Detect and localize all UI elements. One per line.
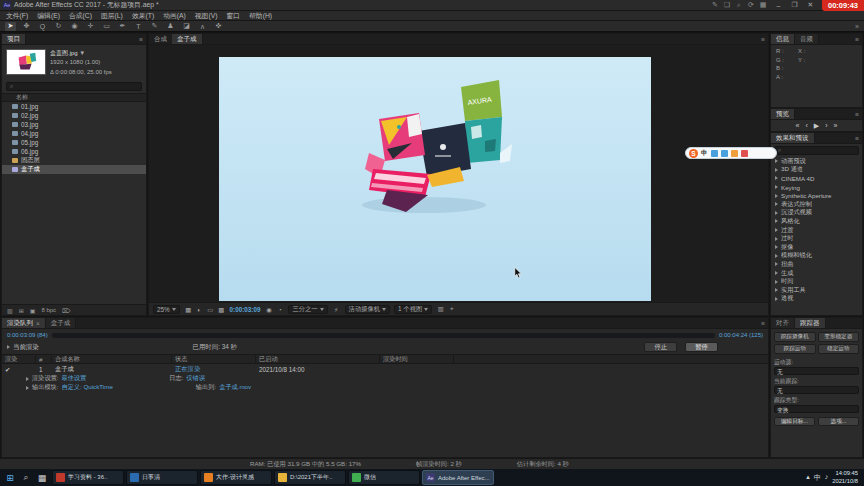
selection-tool[interactable]: ➤	[5, 22, 16, 31]
field-value-dropdown[interactable]: 无	[774, 367, 859, 375]
show-channel-icon[interactable]: ◔	[275, 306, 284, 313]
effects-category-row[interactable]: 风格化	[771, 217, 862, 226]
ime-icon[interactable]: 中	[814, 473, 821, 483]
taskbar-clock[interactable]: 14:09:45 2021/10/8	[832, 470, 858, 484]
tracker-footer-button[interactable]: 选项...	[818, 417, 859, 426]
view-layout-icon[interactable]: ▥	[436, 305, 445, 313]
expand-caret-icon[interactable]	[775, 237, 778, 241]
menu-item[interactable]: 效果(T)	[132, 11, 154, 21]
tab-info[interactable]: 信息	[771, 34, 795, 44]
close-button[interactable]: ✕	[804, 0, 817, 11]
current-render-group[interactable]: 当前渲染	[7, 343, 39, 352]
fast-preview-icon[interactable]: ⚡	[332, 306, 341, 313]
effects-category-row[interactable]: 生成	[771, 269, 862, 278]
footage-menu-icon[interactable]: ▼	[79, 50, 85, 56]
tab-preview[interactable]: 预览	[771, 109, 795, 119]
column-header[interactable]: 已启动	[256, 355, 380, 364]
maximize-button[interactable]: ❐	[788, 0, 801, 11]
tray-expand-icon[interactable]: ▴	[806, 473, 810, 483]
panel-menu-icon[interactable]: ≡	[852, 133, 862, 143]
ime-language-toggle[interactable]: 中	[701, 149, 708, 158]
expand-caret-icon[interactable]	[775, 228, 778, 232]
menu-item[interactable]: 动画(A)	[163, 11, 186, 21]
minimize-button[interactable]: –	[772, 0, 785, 11]
menu-item[interactable]: 窗口	[226, 11, 240, 21]
field-value-dropdown[interactable]: 无	[774, 386, 859, 394]
field-value-dropdown[interactable]: 变换	[774, 405, 859, 413]
magnification-dropdown[interactable]: 25%	[153, 305, 180, 314]
expand-caret-icon[interactable]	[775, 245, 778, 249]
setting-value-2[interactable]: 仅错误	[186, 374, 205, 383]
effects-category-row[interactable]: 模糊和锐化	[771, 252, 862, 261]
voice-icon[interactable]	[711, 150, 718, 157]
menu-item[interactable]: 帮助(H)	[249, 11, 272, 21]
active-camera-dropdown[interactable]: 活动摄像机	[345, 305, 390, 314]
current-time-display[interactable]: 0:00:03:09	[230, 306, 261, 313]
tracker-action-button[interactable]: 跟踪摄像机	[774, 332, 816, 342]
eraser-tool[interactable]: ◪	[181, 22, 192, 31]
tab-render-queue[interactable]: 渲染队列×	[2, 318, 46, 328]
effects-category-row[interactable]: CINEMA 4D	[771, 174, 862, 183]
tracker-action-button[interactable]: 变形稳定器	[818, 332, 860, 342]
column-header[interactable]: 渲染时间	[380, 355, 454, 364]
menu-item[interactable]: 合成(C)	[69, 11, 92, 21]
annotate-pencil-icon[interactable]: ✎	[709, 1, 721, 9]
composition-canvas[interactable]: AXURA	[219, 57, 651, 301]
effects-category-row[interactable]: 沉浸式视频	[771, 209, 862, 218]
tracker-action-button[interactable]: 跟踪运动	[774, 344, 816, 354]
effects-category-row[interactable]: 表达式控制	[771, 200, 862, 209]
refresh-icon[interactable]: ⟳	[745, 1, 757, 9]
roto-brush-tool[interactable]: ʌ	[197, 22, 208, 31]
next-frame-button[interactable]: ›	[825, 122, 827, 130]
effects-category-row[interactable]: 扭曲	[771, 260, 862, 269]
tab-effects-presets[interactable]: 效果和预设	[771, 133, 815, 143]
render-enabled-checkbox[interactable]: ✔	[2, 366, 36, 373]
setting-value-2[interactable]: 盒子成.mov	[219, 383, 251, 392]
project-item-row[interactable]: 01.jpg	[2, 102, 146, 111]
search-icon[interactable]: ⌕	[18, 470, 34, 485]
play-button[interactable]: ▶	[814, 122, 819, 130]
expand-caret-icon[interactable]	[775, 297, 778, 301]
panel-menu-icon[interactable]: ≡	[852, 34, 862, 44]
project-item-row[interactable]: 05.jpg	[2, 138, 146, 147]
start-button[interactable]: ⊞	[2, 470, 18, 485]
tab-timeline-boxcomp[interactable]: 盒子成	[46, 318, 77, 328]
puppet-pin-tool[interactable]: ✜	[213, 22, 224, 31]
volume-icon[interactable]: ♪	[825, 473, 829, 483]
tracker-footer-button[interactable]: 编辑目标...	[774, 417, 815, 426]
setting-value[interactable]: 最佳设置	[61, 374, 86, 383]
expand-caret-icon[interactable]	[775, 280, 778, 284]
pause-button[interactable]: 暂停	[685, 342, 718, 352]
zoom-tool[interactable]: Q	[37, 22, 48, 31]
stop-button[interactable]: 停止	[644, 342, 677, 352]
keyboard-icon[interactable]	[721, 150, 728, 157]
expand-caret-icon[interactable]	[26, 377, 29, 381]
delete-icon[interactable]: ⌦	[62, 307, 70, 314]
panel-menu-icon[interactable]: ≡	[852, 109, 862, 119]
setting-value[interactable]: 自定义: QuickTime	[61, 383, 112, 392]
resolution-dropdown[interactable]: 三分之一	[288, 305, 327, 314]
first-frame-button[interactable]: «	[796, 122, 800, 130]
expand-caret-icon[interactable]	[775, 219, 778, 223]
panel-menu-icon[interactable]: ≡	[758, 34, 768, 44]
expand-caret-icon[interactable]	[775, 211, 778, 215]
previous-frame-button[interactable]: ‹	[805, 122, 807, 130]
new-folder-icon[interactable]: ⊞	[19, 307, 24, 314]
project-name-column-header[interactable]: 名称	[2, 93, 146, 102]
column-header[interactable]: #	[36, 356, 52, 363]
expand-caret-icon[interactable]	[775, 254, 778, 258]
project-item-row[interactable]: 06.jpg	[2, 147, 146, 156]
effects-category-row[interactable]: 时间	[771, 277, 862, 286]
menu-item[interactable]: 视图(V)	[195, 11, 218, 21]
expand-caret-icon[interactable]	[775, 168, 778, 172]
tab-project[interactable]: 项目	[2, 34, 26, 44]
mask-visibility-icon[interactable]: ◐	[195, 306, 204, 313]
clone-stamp-tool[interactable]: ♟	[165, 22, 176, 31]
brush-tool[interactable]: ✎	[149, 22, 160, 31]
effects-category-row[interactable]: Synthetic Aperture	[771, 191, 862, 200]
expand-caret-icon[interactable]	[775, 288, 778, 292]
taskbar-app-button[interactable]: 微信	[348, 470, 420, 485]
magnifier-icon[interactable]: ⌕	[733, 1, 745, 9]
panel-menu-icon[interactable]: ≡	[758, 318, 768, 328]
rotate-tool[interactable]: ↻	[53, 22, 64, 31]
